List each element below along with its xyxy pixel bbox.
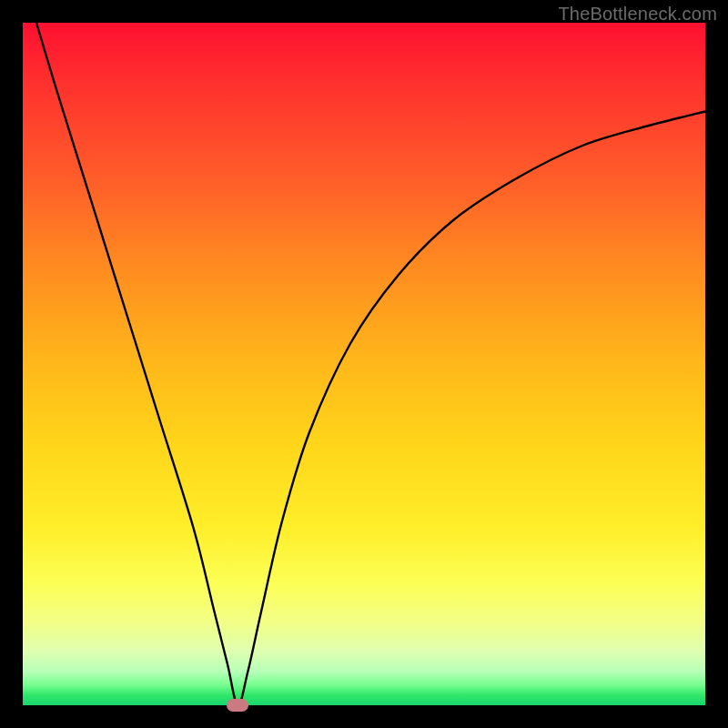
plot-area — [23, 23, 705, 705]
bottleneck-curve — [23, 23, 705, 705]
chart-frame: TheBottleneck.com — [0, 0, 728, 728]
minimum-marker — [227, 699, 248, 712]
attribution-text: TheBottleneck.com — [558, 4, 717, 25]
